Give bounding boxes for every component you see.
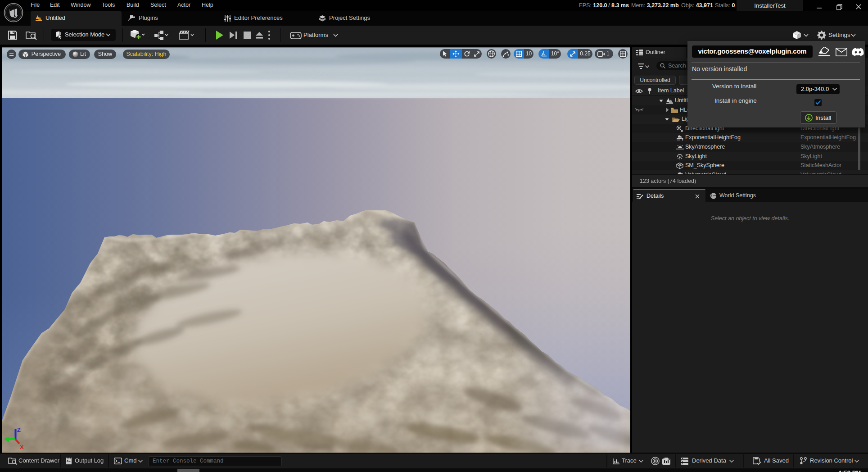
svg-text:Z: Z [17, 427, 21, 433]
svg-text:X: X [20, 444, 24, 450]
